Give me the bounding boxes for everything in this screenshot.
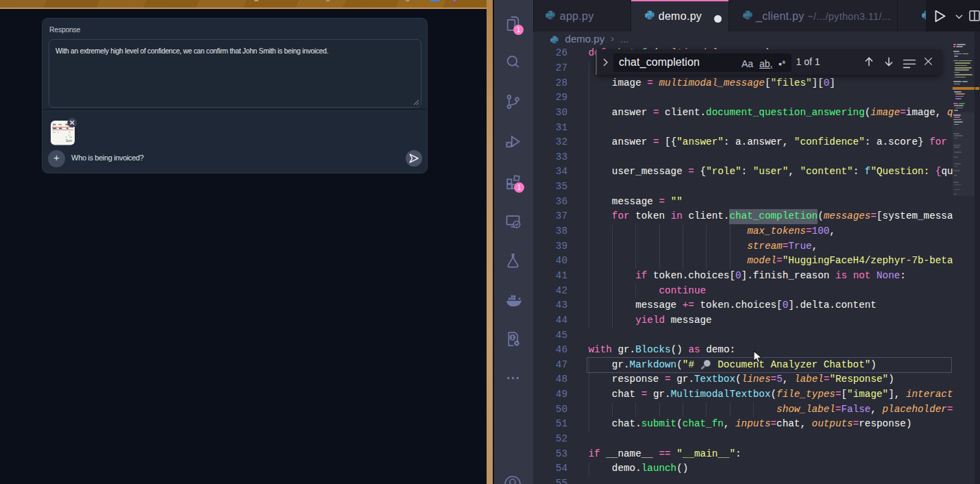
svg-text:Sum: Sum	[66, 139, 73, 143]
